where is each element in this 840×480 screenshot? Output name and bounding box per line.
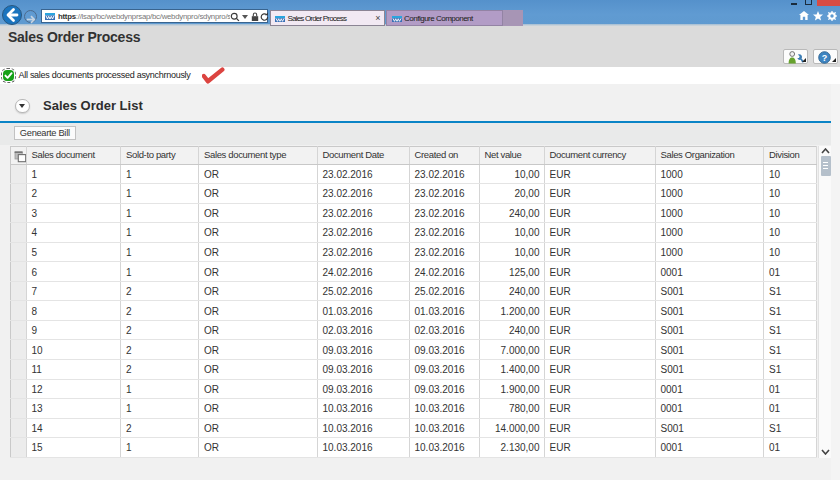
svg-text:?: ?	[822, 53, 828, 63]
